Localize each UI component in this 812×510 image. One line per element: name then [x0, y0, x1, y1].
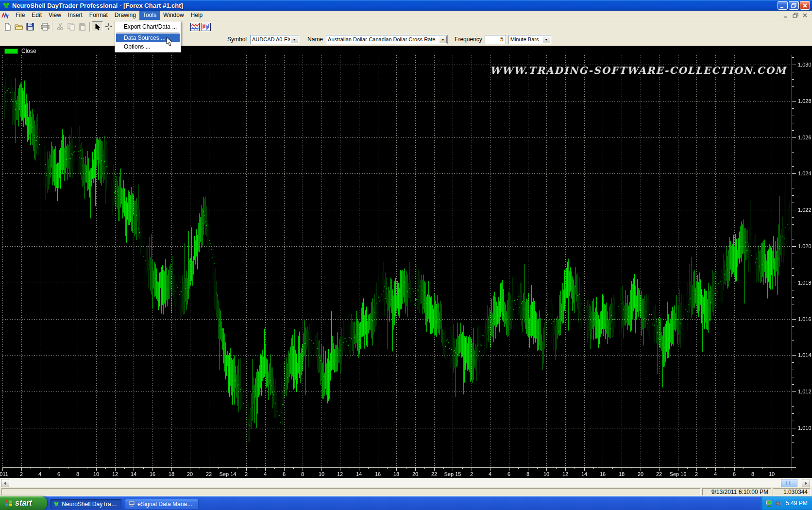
app-window-icon — [2, 1, 10, 9]
name-combobox[interactable]: Australian Dollar-Canadian Dollar Cross … — [326, 35, 448, 44]
legend-color-swatch — [4, 49, 18, 54]
frequency-label: Frequency — [455, 36, 482, 43]
menu-format[interactable]: Format — [86, 11, 111, 20]
chart-legend: Close — [4, 48, 36, 54]
legend-label: Close — [21, 48, 36, 54]
restore-button[interactable] — [789, 1, 799, 10]
menu-separator — [117, 32, 179, 33]
wave-chart-button[interactable] — [189, 21, 201, 32]
mouse-cursor — [166, 37, 173, 47]
new-file-icon — [4, 23, 12, 31]
wave-chart-icon — [190, 23, 200, 31]
status-message-panel — [1, 488, 701, 495]
taskbar: start NeuroShell DayTrade... eSignal Dat… — [0, 496, 812, 510]
menu-drawing[interactable]: Drawing — [111, 11, 139, 20]
minimize-button[interactable] — [778, 1, 788, 10]
menu-file[interactable]: File — [12, 11, 28, 20]
watermark: WWW.TRADING-SOFTWARE-COLLECTION.COM — [490, 65, 787, 76]
title-bar: NeuroShell DayTrader Professional - [For… — [0, 0, 812, 11]
status-datetime: 9/13/2011 6:10:00 PM — [702, 488, 771, 495]
bar-type-combobox[interactable]: Minute Bars ▼ — [508, 35, 551, 44]
save-floppy-icon — [26, 23, 34, 31]
toolbar-separator — [89, 22, 90, 32]
close-button[interactable] — [800, 1, 810, 10]
system-tray: 5:49 PM — [761, 496, 812, 510]
status-bar: 9/13/2011 6:10:00 PM 1.030344 — [0, 487, 812, 496]
mdi-restore-button[interactable] — [791, 12, 799, 19]
menu-window[interactable]: Window — [160, 11, 187, 20]
task-button-esignal[interactable]: eSignal Data Manager — [125, 499, 199, 510]
name-value: Australian Dollar-Canadian Dollar Cross … — [326, 36, 439, 42]
scroll-left-button[interactable] — [1, 479, 9, 487]
start-label: start — [15, 499, 32, 508]
cut-scissors-icon — [57, 23, 64, 31]
desktop: NeuroShell DayTrader Professional - [For… — [0, 0, 812, 510]
print-button[interactable] — [39, 21, 51, 32]
symbol-combobox[interactable]: AUDCAD A0-FX ▼ — [250, 35, 299, 44]
paste-button[interactable] — [77, 21, 88, 32]
menu-insert[interactable]: Insert — [65, 11, 86, 20]
task-label: NeuroShell DayTrade... — [62, 501, 118, 508]
mdi-minimize-button[interactable] — [781, 12, 790, 19]
open-file-button[interactable] — [13, 21, 24, 32]
status-price-value: 1.030344 — [773, 488, 811, 495]
scroll-right-button[interactable] — [802, 479, 810, 487]
window-title: NeuroShell DayTrader Professional - [For… — [12, 2, 183, 9]
menu-edit[interactable]: Edit — [28, 11, 45, 20]
menu-item-export-chart-data[interactable]: Export Chart/Data ... — [116, 22, 180, 31]
new-file-button[interactable] — [2, 21, 13, 32]
printer-icon — [41, 23, 50, 31]
open-folder-icon — [15, 23, 23, 31]
cut-button[interactable] — [54, 21, 66, 32]
symbol-label: Symbol — [227, 36, 247, 43]
menu-help[interactable]: Help — [187, 11, 206, 20]
mdi-close-button[interactable] — [801, 12, 809, 19]
scroll-left-icon — [4, 481, 6, 485]
frequency-input[interactable] — [485, 35, 506, 44]
toolbar-separator — [37, 22, 38, 32]
toolbar-separator — [52, 22, 53, 32]
chevron-down-icon[interactable]: ▼ — [439, 36, 447, 43]
chart-area: Close WWW.TRADING-SOFTWARE-COLLECTION.CO… — [0, 46, 812, 478]
bar-type-value: Minute Bars — [509, 36, 542, 42]
bar-chart-icon — [202, 23, 211, 31]
copy-button[interactable] — [66, 21, 77, 32]
horizontal-scrollbar[interactable] — [0, 478, 812, 487]
neuroshell-task-icon — [53, 501, 59, 507]
network-tray-icon[interactable] — [765, 500, 773, 507]
document-icon — [1, 12, 9, 19]
name-label: Name — [307, 36, 323, 43]
menu-bar: File Edit View Insert Format Drawing Too… — [0, 11, 812, 20]
chevron-down-icon[interactable]: ▼ — [290, 36, 298, 43]
symbol-value: AUDCAD A0-FX — [251, 36, 290, 42]
price-chart-canvas[interactable] — [0, 46, 812, 478]
menu-tools[interactable]: Tools — [139, 11, 160, 20]
copy-icon — [68, 23, 75, 31]
task-label: eSignal Data Manager — [137, 501, 195, 508]
paste-clipboard-icon — [79, 23, 86, 31]
menu-view[interactable]: View — [45, 11, 65, 20]
crosshair-icon — [105, 23, 113, 31]
volume-tray-icon[interactable] — [775, 500, 782, 507]
start-button[interactable]: start — [0, 496, 47, 510]
scroll-right-icon — [805, 481, 807, 485]
windows-flag-icon — [4, 499, 13, 507]
chevron-down-icon[interactable]: ▼ — [542, 36, 550, 43]
esignal-task-icon — [128, 501, 135, 507]
scrollbar-thumb[interactable] — [781, 479, 797, 487]
pointer-tool-button[interactable] — [92, 21, 103, 32]
bar-chart-button[interactable] — [201, 21, 212, 32]
crosshair-tool-button[interactable] — [103, 21, 114, 32]
task-button-neuroshell[interactable]: NeuroShell DayTrade... — [50, 499, 122, 510]
save-button[interactable] — [24, 21, 35, 32]
pointer-arrow-icon — [95, 23, 101, 31]
tray-clock: 5:49 PM — [786, 500, 808, 507]
